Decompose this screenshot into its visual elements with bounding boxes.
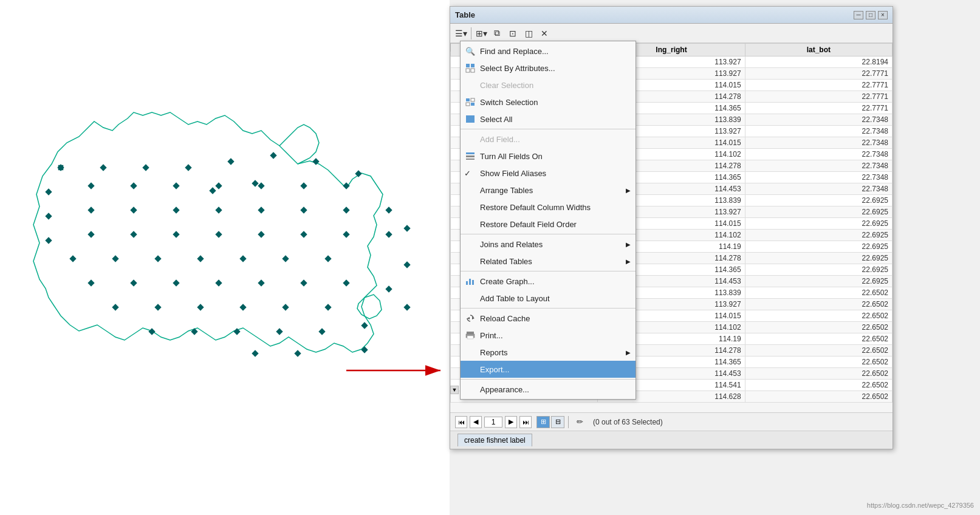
menu-item-print[interactable]: Print... bbox=[461, 327, 636, 344]
table-cell: 22.6925 bbox=[745, 206, 892, 218]
svg-rect-73 bbox=[471, 64, 475, 67]
first-page-button[interactable]: ⏮ bbox=[455, 416, 467, 428]
col-lat-bot[interactable]: lat_bot bbox=[745, 44, 892, 56]
table-cell: 22.7348 bbox=[745, 137, 892, 149]
menu-item-related-tables[interactable]: Related Tables ▶ bbox=[461, 253, 636, 270]
table-cell: 22.6502 bbox=[745, 322, 892, 333]
svg-rect-33 bbox=[215, 231, 222, 237]
svg-rect-35 bbox=[300, 231, 307, 237]
menu-item-joins-relates[interactable]: Joins and Relates ▶ bbox=[461, 236, 636, 253]
map-svg bbox=[0, 0, 450, 437]
prev-page-button[interactable]: ◀ bbox=[470, 416, 482, 428]
svg-rect-80 bbox=[466, 115, 475, 123]
menu-item-restore-col-widths[interactable]: Restore Default Column Widths bbox=[461, 199, 636, 216]
svg-rect-55 bbox=[197, 304, 204, 310]
menu-item-switch-selection[interactable]: Switch Selection bbox=[461, 94, 636, 111]
svg-rect-27 bbox=[343, 206, 349, 213]
table-cell: 22.7771 bbox=[745, 91, 892, 103]
next-page-button[interactable]: ▶ bbox=[505, 416, 517, 428]
svg-rect-61 bbox=[191, 328, 197, 335]
table-cell: 22.6925 bbox=[745, 264, 892, 276]
menu-separator-3 bbox=[461, 271, 636, 271]
svg-rect-32 bbox=[173, 231, 179, 237]
edit-pencil-button[interactable]: ✏ bbox=[572, 415, 587, 429]
menu-item-turn-all-fields[interactable]: Turn All Fields On bbox=[461, 148, 636, 165]
context-menu: 🔍 Find and Replace... Select By Attribut… bbox=[460, 41, 636, 400]
svg-rect-84 bbox=[466, 281, 468, 285]
view-buttons: ⊞ ⊟ bbox=[536, 416, 564, 428]
table-footer: ⏮ ◀ ▶ ⏭ ⊞ ⊟ ✏ (0 out of 63 Selected) bbox=[450, 412, 893, 431]
svg-rect-19 bbox=[403, 261, 410, 268]
menu-item-select-by-attr[interactable]: Select By Attributes... bbox=[461, 60, 636, 77]
svg-rect-39 bbox=[154, 255, 161, 262]
close-button[interactable]: × bbox=[878, 11, 888, 19]
svg-rect-53 bbox=[112, 304, 118, 310]
table-cell: 22.6502 bbox=[745, 333, 892, 345]
last-page-button[interactable]: ⏭ bbox=[519, 416, 532, 428]
watermark: https://blog.csdn.net/wepc_4279356 bbox=[867, 502, 974, 509]
select-button[interactable]: ⊞▾ bbox=[474, 26, 488, 41]
svg-rect-14 bbox=[258, 182, 264, 189]
reports-arrow-icon: ▶ bbox=[626, 349, 631, 356]
svg-rect-76 bbox=[466, 98, 470, 101]
svg-rect-34 bbox=[258, 231, 264, 237]
svg-rect-65 bbox=[361, 346, 368, 353]
table-toolbar: ☰▾ ⊞▾ ⧉ ⊡ ◫ ✕ 🔍 Find and Replace... Sele… bbox=[450, 24, 893, 43]
svg-rect-83 bbox=[466, 159, 475, 160]
menu-item-reports[interactable]: Reports ▶ bbox=[461, 344, 636, 361]
table-cell: 22.6925 bbox=[745, 218, 892, 230]
svg-rect-66 bbox=[252, 350, 258, 356]
list-view-button[interactable]: ⊟ bbox=[551, 416, 564, 428]
print-button[interactable]: ◫ bbox=[521, 26, 536, 41]
menu-item-appearance[interactable]: Appearance... bbox=[461, 381, 636, 398]
menu-separator-2 bbox=[461, 234, 636, 234]
appearance-icon bbox=[464, 383, 476, 395]
menu-item-add-field: Add Field... bbox=[461, 131, 636, 148]
menu-button[interactable]: ☰▾ bbox=[454, 26, 468, 41]
menu-item-show-field-aliases[interactable]: ✓ Show Field Aliases bbox=[461, 165, 636, 182]
svg-rect-37 bbox=[69, 255, 76, 262]
paste-button[interactable]: ⊡ bbox=[505, 26, 520, 41]
menu-item-export[interactable]: Export... bbox=[461, 361, 636, 378]
svg-rect-40 bbox=[197, 255, 204, 262]
minimize-button[interactable]: ─ bbox=[854, 11, 863, 19]
copy-button[interactable]: ⧉ bbox=[490, 26, 504, 41]
footer-separator bbox=[568, 416, 569, 428]
menu-item-find-replace[interactable]: 🔍 Find and Replace... bbox=[461, 43, 636, 60]
page-number-input[interactable] bbox=[484, 417, 502, 428]
table-cell: 22.6502 bbox=[745, 287, 892, 299]
table-window: Table ─ □ × ☰▾ ⊞▾ ⧉ ⊡ ◫ ✕ 🔍 Find and Rep… bbox=[450, 6, 893, 449]
menu-item-clear-selection: Clear Selection bbox=[461, 77, 636, 94]
svg-rect-26 bbox=[300, 206, 307, 213]
svg-rect-52 bbox=[403, 304, 410, 310]
table-tab[interactable]: create fishnet label bbox=[457, 434, 532, 446]
svg-rect-85 bbox=[469, 279, 471, 285]
menu-item-select-all[interactable]: Select All bbox=[461, 111, 636, 128]
svg-rect-54 bbox=[154, 304, 161, 310]
reports-icon bbox=[464, 346, 476, 358]
graph-icon bbox=[464, 275, 476, 287]
menu-separator-5 bbox=[461, 379, 636, 380]
svg-rect-31 bbox=[130, 231, 137, 237]
svg-rect-3 bbox=[142, 164, 149, 171]
svg-rect-24 bbox=[215, 206, 222, 213]
svg-rect-56 bbox=[239, 304, 246, 310]
maximize-button[interactable]: □ bbox=[866, 11, 875, 19]
svg-rect-30 bbox=[87, 231, 94, 237]
menu-item-arrange-tables[interactable]: Arrange Tables ▶ bbox=[461, 182, 636, 199]
svg-rect-75 bbox=[471, 69, 475, 72]
svg-rect-47 bbox=[215, 279, 222, 286]
table-cell: 22.6502 bbox=[745, 356, 892, 368]
menu-item-add-table-layout[interactable]: Add Table to Layout bbox=[461, 290, 636, 307]
scroll-down-button[interactable]: ▼ bbox=[450, 386, 459, 394]
table-cell: 22.6925 bbox=[745, 195, 892, 206]
svg-rect-21 bbox=[87, 206, 94, 213]
menu-item-create-graph[interactable]: Create Graph... bbox=[461, 273, 636, 290]
fields-icon bbox=[464, 150, 476, 162]
delete-button[interactable]: ✕ bbox=[537, 26, 552, 41]
grid-view-button[interactable]: ⊞ bbox=[536, 416, 550, 428]
menu-item-reload-cache[interactable]: Reload Cache bbox=[461, 310, 636, 327]
layout-icon bbox=[464, 292, 476, 304]
menu-item-restore-field-order[interactable]: Restore Default Field Order bbox=[461, 216, 636, 233]
table-cell: 22.6925 bbox=[745, 276, 892, 287]
